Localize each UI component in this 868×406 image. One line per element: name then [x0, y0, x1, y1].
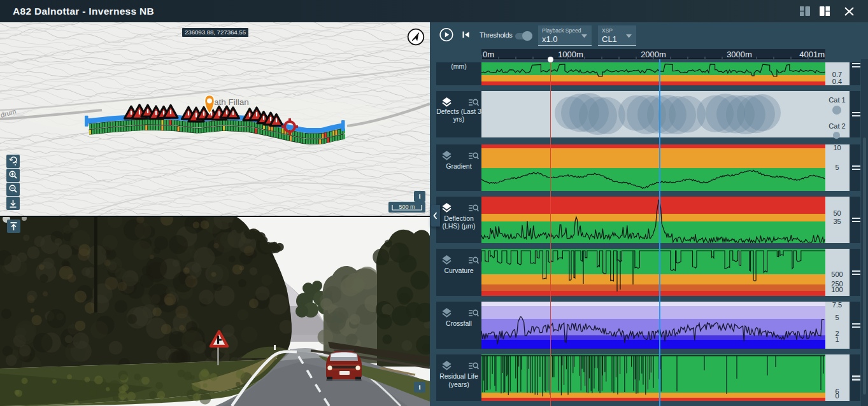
svg-text:ath Fillan: ath Fillan	[214, 97, 249, 107]
svg-text:500 m: 500 m	[399, 204, 415, 210]
